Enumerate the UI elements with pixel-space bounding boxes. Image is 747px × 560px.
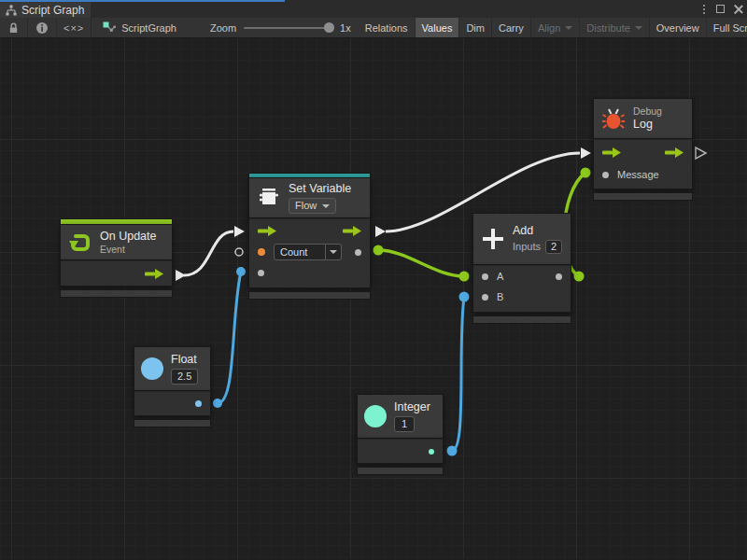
node-title: Set Variable <box>289 182 351 196</box>
tab-title: Script Graph <box>21 4 84 17</box>
relations-button[interactable]: Relations <box>359 18 416 37</box>
chevron-down-icon[interactable] <box>326 244 342 260</box>
blue-circle-icon <box>141 357 163 380</box>
wire-endpoint <box>574 272 585 282</box>
graph-toolbar: <×> ScriptGraph Zoom 1x Relations Values… <box>0 18 747 38</box>
graph-breadcrumb[interactable]: ScriptGraph <box>92 18 186 37</box>
chevron-down-icon <box>322 204 330 208</box>
sum-output-port[interactable] <box>556 273 562 280</box>
node-footer <box>60 289 173 298</box>
node-subtitle: Event <box>100 244 156 256</box>
value-input-port[interactable] <box>258 270 264 276</box>
float-output-port[interactable] <box>195 400 202 407</box>
dim-button[interactable]: Dim <box>459 18 492 37</box>
inputs-count-field[interactable]: 2 <box>545 240 562 254</box>
variable-box-icon <box>257 187 281 209</box>
flow-output-port[interactable] <box>145 269 163 279</box>
flow-input-port[interactable] <box>602 147 621 158</box>
unconnected-flow-arrow[interactable] <box>696 147 706 159</box>
angle-brackets-x-icon: <×> <box>63 22 84 34</box>
wire-value-setvariable-add-a[interactable] <box>378 250 464 276</box>
plus-icon <box>481 227 505 251</box>
flow-output-port[interactable] <box>665 147 684 158</box>
wire-value-integer-add-b[interactable] <box>452 297 464 451</box>
info-circle-icon <box>35 21 49 35</box>
flow-output-port[interactable] <box>343 226 361 236</box>
wire-endpoint <box>459 292 470 302</box>
code-toggle-button[interactable]: <×> <box>57 18 92 37</box>
tab-script-graph[interactable]: Script Graph <box>0 2 91 18</box>
zoom-value: 1x <box>340 22 351 34</box>
loop-arrow-icon <box>68 231 92 255</box>
variable-name-field[interactable]: Count <box>274 244 342 260</box>
wire-endpoint <box>374 245 384 256</box>
node-set-variable[interactable]: Set Variable Flow <box>248 173 371 300</box>
wire-arrowhead <box>176 270 186 281</box>
wire-arrowhead <box>234 226 245 237</box>
wire-arrowhead <box>581 147 591 159</box>
overview-button[interactable]: Overview <box>650 18 707 37</box>
node-title: Float <box>171 353 198 367</box>
wire-flow-onupdate-setvariable[interactable] <box>184 231 233 275</box>
close-icon[interactable] <box>734 5 743 14</box>
input-a-label: A <box>497 271 503 282</box>
padlock-icon <box>7 21 20 35</box>
zoom-slider[interactable] <box>244 27 332 29</box>
graph-name-label: ScriptGraph <box>121 22 176 34</box>
unconnected-port-ring[interactable] <box>235 248 243 256</box>
node-footer <box>472 315 571 324</box>
float-value-field[interactable]: 2.5 <box>171 369 198 385</box>
integer-value-field[interactable]: 1 <box>394 416 415 432</box>
script-graph-window: Script Graph <×> <box>0 0 747 560</box>
hierarchy-icon <box>6 5 17 16</box>
wire-endpoint <box>581 168 591 178</box>
maximize-icon[interactable] <box>716 5 725 13</box>
window-menu-icon[interactable] <box>701 5 707 14</box>
input-a-port[interactable] <box>482 273 488 280</box>
bug-icon <box>601 106 626 131</box>
wire-arrowhead <box>375 226 386 237</box>
wire-endpoint <box>236 267 246 276</box>
node-graph-icon <box>103 21 116 35</box>
inspector-button[interactable] <box>28 18 57 37</box>
node-on-update[interactable]: On Update Event <box>60 218 173 298</box>
align-dropdown-button[interactable]: Align <box>531 18 580 37</box>
node-footer <box>248 291 371 300</box>
zoom-label: Zoom <box>210 22 236 34</box>
variable-name-port[interactable] <box>258 248 265 256</box>
chevron-down-icon <box>565 26 572 30</box>
node-title: Integer <box>394 400 430 414</box>
wire-value-float-setvariable[interactable] <box>218 272 241 403</box>
wire-endpoint <box>447 446 458 456</box>
inputs-label: Inputs <box>513 241 541 253</box>
distribute-dropdown-button[interactable]: Distribute <box>580 18 649 37</box>
mint-circle-icon <box>364 405 387 427</box>
value-output-port[interactable] <box>355 249 361 256</box>
message-label: Message <box>617 169 659 180</box>
node-title: Add <box>513 224 562 238</box>
values-button[interactable]: Values <box>416 18 460 37</box>
carry-button[interactable]: Carry <box>492 18 531 37</box>
variable-kind-dropdown[interactable]: Flow <box>289 198 336 214</box>
zoom-slider-handle[interactable] <box>324 22 334 33</box>
input-b-label: B <box>497 291 503 302</box>
node-footer <box>357 467 444 475</box>
node-integer[interactable]: Integer 1 <box>357 394 444 475</box>
lock-button[interactable] <box>0 18 28 37</box>
wire-endpoint <box>459 272 470 282</box>
node-add[interactable]: Add Inputs 2 A B <box>472 213 571 324</box>
input-b-port[interactable] <box>482 294 488 301</box>
titlebar: Script Graph <box>0 0 747 18</box>
node-float[interactable]: Float 2.5 <box>134 346 211 427</box>
full-screen-button[interactable]: Full Screen <box>707 18 747 37</box>
wire-endpoint <box>213 399 222 408</box>
flow-input-port[interactable] <box>258 226 276 236</box>
zoom-control: Zoom 1x <box>203 18 359 37</box>
graph-canvas[interactable]: On Update Event <box>0 38 747 559</box>
node-footer <box>593 192 693 201</box>
integer-output-port[interactable] <box>429 449 434 455</box>
chevron-down-icon <box>635 26 642 30</box>
node-debug-log[interactable]: Debug Log Message <box>593 98 693 201</box>
node-footer <box>134 419 211 427</box>
message-input-port[interactable] <box>602 172 609 178</box>
